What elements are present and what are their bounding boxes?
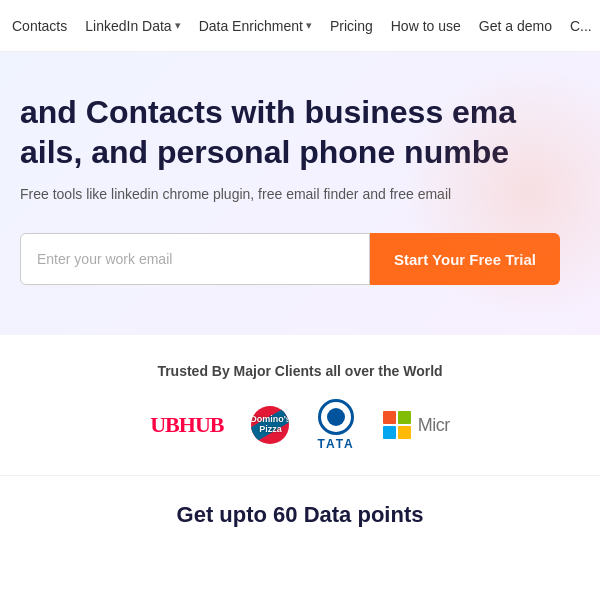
nav-item-get-demo[interactable]: Get a demo [479, 18, 552, 34]
hero-subtitle: Free tools like linkedin chrome plugin, … [20, 184, 580, 205]
trusted-title: Trusted By Major Clients all over the Wo… [20, 363, 580, 379]
logo-dominos: Domino'sPizza [251, 406, 289, 444]
nav-item-enrichment[interactable]: Data Enrichment [199, 18, 312, 34]
nav-item-pricing[interactable]: Pricing [330, 18, 373, 34]
email-input[interactable] [20, 233, 370, 285]
logo-tata: TATA [317, 399, 354, 451]
nav-item-linkedin[interactable]: LinkedIn Data [85, 18, 180, 34]
hero-title: and Contacts with business ema ails, and… [20, 92, 580, 172]
logos-row: UBHUB Domino'sPizza TATA Micr [20, 399, 580, 451]
nav-item-contacts[interactable]: Contacts [12, 18, 67, 34]
logo-microsoft: Micr [383, 411, 450, 439]
logo-grubhub: UBHUB [150, 412, 223, 438]
data-section: Get upto 60 Data points [0, 476, 600, 538]
hero-form: Start Your Free Trial [20, 233, 560, 285]
nav-item-more[interactable]: C... [570, 18, 592, 34]
nav-item-how-to-use[interactable]: How to use [391, 18, 461, 34]
data-points-title: Get upto 60 Data points [20, 502, 580, 528]
trusted-section: Trusted By Major Clients all over the Wo… [0, 335, 600, 476]
cta-button[interactable]: Start Your Free Trial [370, 233, 560, 285]
hero-section: and Contacts with business ema ails, and… [0, 52, 600, 335]
navigation: Contacts LinkedIn Data Data Enrichment P… [0, 0, 600, 52]
